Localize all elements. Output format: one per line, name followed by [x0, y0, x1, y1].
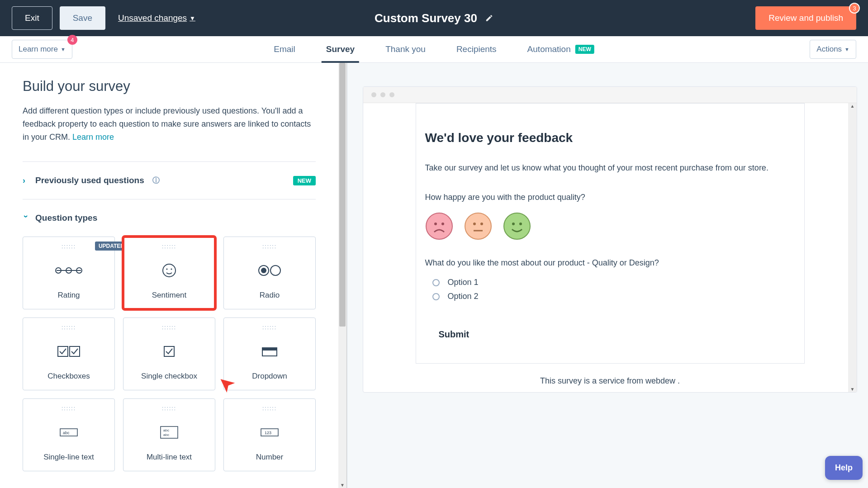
caret-down-icon: ▼	[61, 47, 66, 52]
svg-point-8	[261, 268, 266, 273]
svg-text:abc: abc	[163, 428, 169, 432]
svg-point-30	[512, 223, 515, 225]
qtype-label: Single checkbox	[141, 372, 197, 390]
publish-badge-count: 3	[849, 3, 860, 14]
actions-dropdown[interactable]: Actions ▼	[810, 40, 856, 59]
grip-icon: ::::::	[262, 243, 277, 250]
tab-thank-you[interactable]: Thank you	[384, 36, 427, 62]
info-icon[interactable]: ⓘ	[152, 176, 160, 185]
save-button[interactable]: Save	[60, 6, 105, 30]
number-icon: 123	[260, 412, 280, 453]
qtype-dropdown[interactable]: :::::: Dropdown	[223, 317, 316, 390]
svg-rect-10	[58, 346, 68, 356]
multi-line-text-icon: abcabc	[159, 412, 179, 453]
dropdown-icon	[261, 331, 278, 372]
new-badge: NEW	[293, 176, 316, 185]
grip-icon: ::::::	[162, 405, 176, 412]
radio-circle-icon	[432, 279, 440, 286]
option-label: Option 2	[448, 292, 479, 301]
learn-more-link[interactable]: Learn more	[72, 133, 114, 142]
tab-automation[interactable]: Automation NEW	[526, 36, 596, 62]
preview-scrollbar[interactable]: ▲ ▼	[848, 103, 857, 392]
caret-down-icon: ▼	[190, 15, 195, 22]
question-types-section[interactable]: › Question types	[23, 199, 316, 237]
builder-heading: Build your survey	[23, 78, 316, 95]
actions-label: Actions	[816, 45, 842, 54]
qtype-label: Number	[256, 453, 283, 471]
scroll-down-icon[interactable]: ▼	[338, 483, 346, 488]
prev-questions-label: Previously used questions	[35, 175, 144, 185]
sentiment-icon	[161, 250, 177, 291]
grip-icon: ::::::	[162, 324, 176, 331]
preview-window: We'd love your feedback Take our survey …	[363, 86, 857, 393]
survey-heading: We'd love your feedback	[425, 131, 795, 145]
learn-more-dropdown[interactable]: Learn more ▼ 4	[12, 40, 72, 59]
svg-point-23	[434, 223, 437, 225]
survey-title: Custom Survey 30	[375, 11, 477, 25]
svg-point-22	[426, 213, 452, 239]
face-sad-icon[interactable]	[425, 212, 453, 240]
qtype-single-line-text[interactable]: :::::: abc Single-line text	[23, 398, 115, 471]
qtype-label: Dropdown	[252, 372, 287, 390]
previously-used-section[interactable]: › Previously used questions ⓘ NEW	[23, 162, 316, 199]
tab-email[interactable]: Email	[272, 36, 297, 62]
qtype-multi-line-text[interactable]: :::::: abcabc Multi-line text	[123, 398, 215, 471]
qtype-label: Checkboxes	[47, 372, 90, 390]
svg-point-29	[504, 213, 530, 239]
qtype-label: Multi-line text	[147, 453, 192, 471]
qtype-sentiment[interactable]: :::::: Sentiment	[123, 237, 215, 309]
qtype-label: Rating	[57, 291, 80, 309]
builder-description: Add different question types or include …	[23, 104, 316, 143]
face-happy-icon[interactable]	[503, 212, 531, 240]
tab-recipients[interactable]: Recipients	[455, 36, 498, 62]
grip-icon: ::::::	[62, 405, 76, 412]
chevron-down-icon: ›	[21, 215, 31, 221]
window-controls	[363, 87, 857, 103]
learn-more-label: Learn more	[19, 45, 58, 54]
single-checkbox-icon	[163, 331, 175, 372]
grip-icon: ::::::	[262, 405, 277, 412]
survey-preview: We'd love your feedback Take our survey …	[416, 103, 805, 364]
grip-icon: ::::::	[162, 243, 176, 250]
svg-point-25	[465, 213, 491, 239]
scroll-down-icon[interactable]: ▼	[848, 387, 857, 392]
radio-option-2[interactable]: Option 2	[425, 292, 795, 301]
secondary-bar: Learn more ▼ 4 Email Survey Thank you Re…	[0, 36, 868, 63]
help-button[interactable]: Help	[825, 456, 863, 480]
qtype-radio[interactable]: :::::: Radio	[223, 237, 316, 309]
rating-icon	[54, 250, 84, 291]
svg-point-24	[441, 223, 444, 225]
svg-point-9	[270, 265, 280, 275]
preview-panel: We'd love your feedback Take our survey …	[347, 63, 868, 488]
qtype-single-checkbox[interactable]: :::::: Single checkbox	[123, 317, 215, 390]
svg-point-6	[171, 268, 172, 270]
builder-panel: Build your survey Add different question…	[0, 63, 338, 488]
qtype-checkboxes[interactable]: :::::: Checkboxes	[23, 317, 115, 390]
radio-circle-icon	[432, 293, 440, 300]
grip-icon: ::::::	[62, 243, 76, 250]
tab-automation-label: Automation	[527, 44, 571, 54]
qtype-number[interactable]: :::::: 123 Number	[223, 398, 316, 471]
radio-option-1[interactable]: Option 1	[425, 278, 795, 287]
unsaved-label: Unsaved changes	[118, 13, 187, 23]
svg-point-5	[166, 268, 167, 270]
scroll-thumb[interactable]	[339, 63, 346, 327]
svg-rect-14	[262, 348, 277, 351]
svg-point-31	[519, 223, 522, 225]
exit-button[interactable]: Exit	[12, 6, 52, 30]
svg-rect-12	[164, 346, 174, 356]
qtype-rating[interactable]: :::::: UPDATED Rating	[23, 237, 115, 309]
submit-button[interactable]: Submit	[425, 319, 795, 344]
review-publish-button[interactable]: Review and publish	[755, 6, 856, 30]
sentiment-faces	[425, 212, 795, 240]
svg-point-26	[473, 223, 476, 225]
face-neutral-icon[interactable]	[464, 212, 492, 240]
scroll-up-icon[interactable]: ▲	[848, 104, 857, 109]
svg-text:abc: abc	[163, 433, 169, 437]
tab-survey[interactable]: Survey	[324, 36, 356, 62]
svg-text:123: 123	[265, 431, 271, 435]
unsaved-changes-dropdown[interactable]: Unsaved changes ▼	[118, 13, 195, 23]
left-scrollbar[interactable]: ▲ ▼	[338, 63, 347, 488]
learn-more-badge: 4	[67, 35, 77, 45]
pencil-icon[interactable]	[485, 14, 493, 22]
